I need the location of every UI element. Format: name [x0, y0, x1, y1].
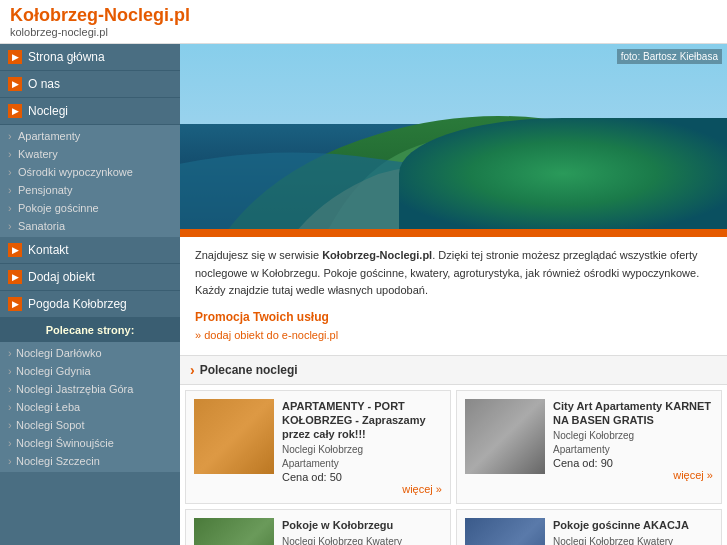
sidebar: ▶ Strona główna ▶ O nas ▶ Noclegi Aparta… — [0, 44, 180, 545]
listing-card-4: Pokoje gościnne AKACJA Noclegi Kołobrzeg… — [456, 509, 722, 545]
listing-thumb-4 — [465, 518, 545, 545]
listing-card-2: City Art Apartamenty KARNET NA BASEN GRA… — [456, 390, 722, 505]
sidebar-dodaj-label: Dodaj obiekt — [28, 270, 95, 284]
link-swinoujscie[interactable]: Noclegi Świnoujście — [0, 434, 180, 452]
listing-title-4[interactable]: Pokoje gościnne AKACJA — [553, 518, 713, 532]
listing-title-2[interactable]: City Art Apartamenty KARNET NA BASEN GRA… — [553, 399, 713, 428]
listing-category-2: Apartamenty — [553, 444, 713, 455]
arrow-icon: ▶ — [8, 104, 22, 118]
listing-image-3 — [194, 518, 274, 545]
listing-thumb-3 — [194, 518, 274, 545]
sidebar-sub-pensjonaty[interactable]: Pensjonaty — [0, 181, 180, 199]
arrow-icon: ▶ — [8, 270, 22, 284]
main-content: foto: Bartosz Kiełbasa Znajdujesz się w … — [180, 44, 727, 545]
listing-more-1[interactable]: więcej — [282, 483, 442, 495]
listing-category-1: Apartamenty — [282, 458, 442, 469]
link-jastrzebia[interactable]: Noclegi Jastrzębia Góra — [0, 380, 180, 398]
sidebar-sub-menu: Apartamenty Kwatery Ośrodki wypoczynkowe… — [0, 125, 180, 237]
listing-price-1: Cena od: 50 — [282, 471, 442, 483]
sidebar-item-kontakt[interactable]: ▶ Kontakt — [0, 237, 180, 264]
header: Kołobrzeg-Noclegi.pl kolobrzeg-noclegi.p… — [0, 0, 727, 44]
listing-row-1: APARTAMENTY - PORT KOŁOBRZEG - Zapraszam… — [185, 390, 722, 505]
logo-title: Kołobrzeg-Noclegi.pl — [10, 5, 190, 26]
sidebar-sub-apartamenty[interactable]: Apartamenty — [0, 127, 180, 145]
listing-info-2: City Art Apartamenty KARNET NA BASEN GRA… — [553, 399, 713, 496]
listing-info-1: APARTAMENTY - PORT KOŁOBRZEG - Zapraszam… — [282, 399, 442, 496]
listing-image-1 — [194, 399, 274, 474]
sidebar-noclegi-label: Noclegi — [28, 104, 68, 118]
listing-card-3: Pokoje w Kołobrzegu Noclegi Kołobrzeg Kw… — [185, 509, 451, 545]
info-text1: Znajdujesz się w serwisie — [195, 249, 322, 261]
promo-title: Promocja Twoich usług — [195, 308, 712, 327]
sidebar-sub-pokoje[interactable]: Pokoje gościnne — [0, 199, 180, 217]
hero-image: foto: Bartosz Kiełbasa — [180, 44, 727, 229]
promo-bar — [180, 229, 727, 237]
info-brand: Kołobrzeg-Noclegi.pl — [322, 249, 432, 261]
link-szczecin[interactable]: Noclegi Szczecin — [0, 452, 180, 470]
listing-image-4 — [465, 518, 545, 545]
info-text: Znajdujesz się w serwisie Kołobrzeg-Nocl… — [195, 247, 712, 300]
listing-thumb-1 — [194, 399, 274, 474]
section-header-label: Polecane noclegi — [200, 363, 298, 377]
sidebar-item-noclegi[interactable]: ▶ Noclegi — [0, 98, 180, 125]
sidebar-about-label: O nas — [28, 77, 60, 91]
sidebar-item-about[interactable]: ▶ O nas — [0, 71, 180, 98]
listing-subtitle-2: Noclegi Kołobrzeg — [553, 430, 713, 441]
sidebar-home-label: Strona główna — [28, 50, 105, 64]
listing-card-1: APARTAMENTY - PORT KOŁOBRZEG - Zapraszam… — [185, 390, 451, 505]
sidebar-item-home[interactable]: ▶ Strona główna — [0, 44, 180, 71]
link-sopot[interactable]: Noclegi Sopot — [0, 416, 180, 434]
sidebar-sub-osrodki[interactable]: Ośrodki wypoczynkowe — [0, 163, 180, 181]
listing-price-2: Cena od: 90 — [553, 457, 713, 469]
link-leba[interactable]: Noclegi Łeba — [0, 398, 180, 416]
polecane-label: Polecane strony: — [0, 318, 180, 342]
listing-thumb-2 — [465, 399, 545, 474]
sidebar-item-dodaj[interactable]: ▶ Dodaj obiekt — [0, 264, 180, 291]
sidebar-item-pogoda[interactable]: ▶ Pogoda Kołobrzeg — [0, 291, 180, 318]
sidebar-kontakt-label: Kontakt — [28, 243, 69, 257]
sidebar-sub-sanatoria[interactable]: Sanatoria — [0, 217, 180, 235]
link-darlowko[interactable]: Noclegi Darłówko — [0, 344, 180, 362]
listing-subtitle-1: Noclegi Kołobrzeg — [282, 444, 442, 455]
promo-link[interactable]: dodaj obiekt do e-noclegi.pl — [195, 327, 712, 345]
logo-subtitle: kolobrzeg-noclegi.pl — [10, 26, 190, 38]
info-panel: Znajdujesz się w serwisie Kołobrzeg-Nocl… — [180, 237, 727, 355]
polecane-links: Noclegi Darłówko Noclegi Gdynia Noclegi … — [0, 342, 180, 472]
arrow-icon: ▶ — [8, 50, 22, 64]
listing-image-2 — [465, 399, 545, 474]
section-header: Polecane noclegi — [180, 355, 727, 385]
listing-title-3[interactable]: Pokoje w Kołobrzegu — [282, 518, 442, 532]
listings: APARTAMENTY - PORT KOŁOBRZEG - Zapraszam… — [180, 385, 727, 545]
arrow-icon: ▶ — [8, 243, 22, 257]
photo-credit: foto: Bartosz Kiełbasa — [617, 49, 722, 64]
sidebar-pogoda-label: Pogoda Kołobrzeg — [28, 297, 127, 311]
aerial-photo — [180, 44, 727, 229]
listing-title-1[interactable]: APARTAMENTY - PORT KOŁOBRZEG - Zapraszam… — [282, 399, 442, 442]
arrow-icon: ▶ — [8, 297, 22, 311]
listing-info-4: Pokoje gościnne AKACJA Noclegi Kołobrzeg… — [553, 518, 713, 545]
listing-row-2: Pokoje w Kołobrzegu Noclegi Kołobrzeg Kw… — [185, 509, 722, 545]
listing-subtitle-3: Noclegi Kołobrzeg Kwatery — [282, 536, 442, 545]
listing-subtitle-4: Noclegi Kołobrzeg Kwatery — [553, 536, 713, 545]
arrow-icon: ▶ — [8, 77, 22, 91]
sidebar-sub-kwatery[interactable]: Kwatery — [0, 145, 180, 163]
link-gdynia[interactable]: Noclegi Gdynia — [0, 362, 180, 380]
listing-more-2[interactable]: więcej — [553, 469, 713, 481]
listing-info-3: Pokoje w Kołobrzegu Noclegi Kołobrzeg Kw… — [282, 518, 442, 545]
